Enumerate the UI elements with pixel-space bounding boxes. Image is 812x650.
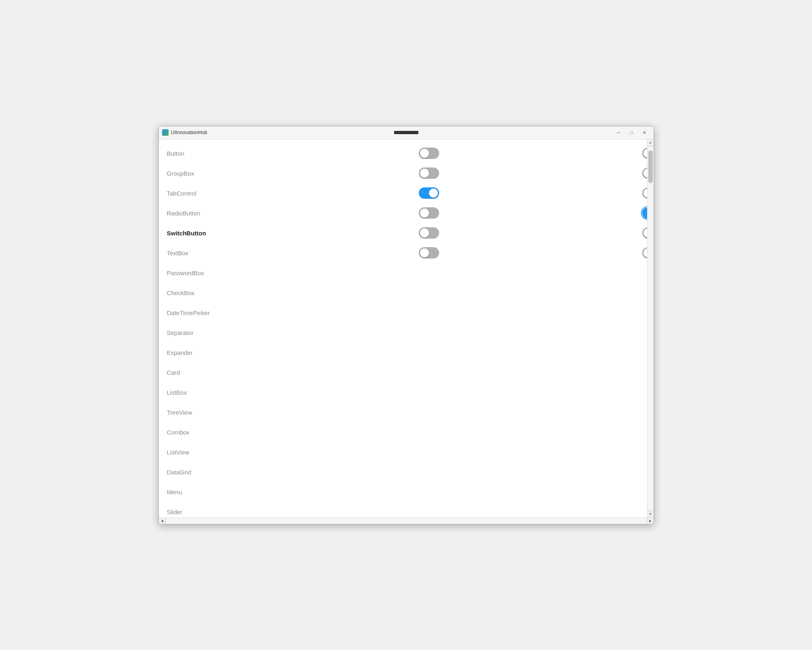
row-slider: Slider (159, 502, 647, 517)
content-area: Button GroupBox (159, 139, 654, 517)
label-radiobutton: RadioButton (167, 210, 248, 217)
toggle-switchbutton-col1[interactable] (419, 227, 439, 239)
toggle-textbox-col2[interactable] (642, 247, 647, 259)
toggle-knob (420, 248, 429, 257)
toggle-knob (643, 189, 647, 198)
toggle-button-col2[interactable] (642, 148, 647, 159)
label-datetimepicker: DateTimePicker (167, 309, 248, 316)
label-listbox: ListBox (167, 389, 248, 396)
row-datagrid: DataGrid (159, 462, 647, 482)
toggle-knob (420, 209, 429, 217)
scroll-left-button[interactable]: ◀ (159, 518, 166, 524)
toggle-radiobutton-col1[interactable] (419, 207, 439, 219)
toggle-tabcontrol-col2[interactable] (642, 187, 647, 199)
row-card: Card (159, 363, 647, 383)
label-passwordbox: PasswordBox (167, 270, 248, 276)
toggle-groupbox-col2[interactable] (642, 167, 647, 179)
row-listview: ListView (159, 442, 647, 462)
toggle-knob (420, 149, 429, 158)
toggle-groupbox-col1[interactable] (419, 167, 439, 179)
row-switchbutton: SwitchButton (159, 223, 647, 243)
scroll-down-button[interactable]: ▼ (647, 511, 654, 517)
horizontal-scrollbar[interactable]: ◀ ▶ (159, 517, 654, 524)
scroll-up-button[interactable]: ▲ (647, 139, 654, 146)
toggle-knob (643, 228, 647, 237)
toggle-knob (643, 149, 647, 158)
vertical-scrollbar[interactable]: ▲ ▼ (647, 139, 654, 517)
maximize-button[interactable]: □ (626, 128, 637, 137)
title-bar-left: UIInnovationHub (162, 129, 207, 136)
row-radiobutton: RadioButton (159, 203, 647, 223)
label-listview: ListView (167, 449, 248, 456)
row-menu: Menu (159, 482, 647, 502)
label-separator: Separator (167, 329, 248, 336)
scroll-track (647, 146, 654, 511)
app-icon (162, 129, 169, 136)
row-tabcontrol: TabControl (159, 183, 647, 203)
toggle-knob (420, 169, 429, 178)
row-listbox: ListBox (159, 383, 647, 402)
row-textbox: TextBox (159, 243, 647, 263)
row-groupbox: GroupBox (159, 163, 647, 183)
row-separator: Separator (159, 323, 647, 343)
label-checkbox: CheckBox (167, 289, 248, 296)
label-menu: Menu (167, 489, 248, 496)
title-bar-center (394, 131, 418, 134)
toggle-tabcontrol-col1[interactable] (419, 187, 439, 199)
toggle-textbox-col1[interactable] (419, 247, 439, 259)
center-bar-decoration (394, 131, 418, 134)
minimize-button[interactable]: ─ (613, 128, 624, 137)
row-expander: Expander (159, 343, 647, 363)
label-slider: Slider (167, 509, 248, 515)
main-content[interactable]: Button GroupBox (159, 139, 647, 517)
label-button: Button (167, 150, 248, 157)
label-textbox: TextBox (167, 250, 248, 257)
row-checkbox: CheckBox (159, 283, 647, 303)
label-groupbox: GroupBox (167, 170, 248, 177)
label-tabcontrol: TabControl (167, 190, 248, 197)
main-window: UIInnovationHub ─ □ ✕ Button (158, 126, 654, 524)
toggle-switchbutton-col2[interactable] (642, 227, 647, 239)
label-combox: Combox (167, 429, 248, 436)
label-datagrid: DataGrid (167, 469, 248, 476)
label-card: Card (167, 369, 248, 376)
window-title: UIInnovationHub (171, 130, 207, 135)
toggle-button-col1[interactable] (419, 148, 439, 159)
label-expander: Expander (167, 349, 248, 356)
toggle-knob (643, 248, 647, 257)
scroll-right-button[interactable]: ▶ (647, 518, 654, 524)
scroll-thumb[interactable] (648, 150, 653, 183)
row-treeview: TreeView (159, 402, 647, 422)
h-scroll-track (166, 518, 647, 524)
window-controls: ─ □ ✕ (613, 128, 650, 137)
row-combox: Combox (159, 422, 647, 442)
label-treeview: TreeView (167, 409, 248, 416)
row-datetimepicker: DateTimePicker (159, 303, 647, 323)
title-bar: UIInnovationHub ─ □ ✕ (159, 126, 654, 139)
toggle-knob (643, 169, 647, 178)
row-button: Button (159, 143, 647, 163)
toggle-knob (429, 189, 438, 198)
row-passwordbox: PasswordBox (159, 263, 647, 283)
toggle-knob (420, 228, 429, 237)
toggle-radiobutton-col2[interactable] (642, 207, 647, 219)
close-button[interactable]: ✕ (639, 128, 650, 137)
label-switchbutton: SwitchButton (167, 230, 248, 237)
items-list: Button GroupBox (159, 139, 647, 517)
